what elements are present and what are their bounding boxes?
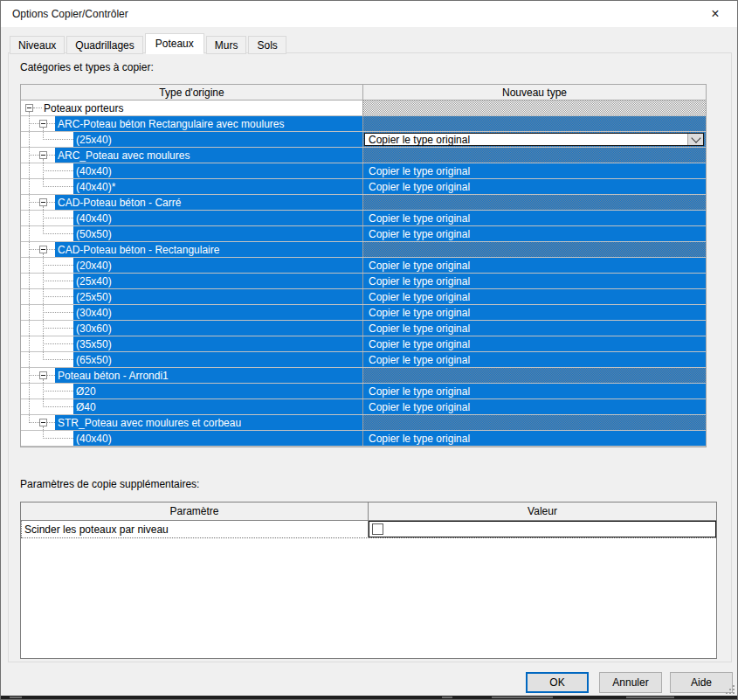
tree-connector — [29, 123, 39, 124]
table-row[interactable]: STR_Poteau avec moulures et corbeau — [21, 415, 706, 431]
origin-type-label: (25x40) — [73, 274, 362, 288]
origin-type-cell: CAD-Poteau béton - Rectangulaire — [21, 242, 363, 257]
table-row[interactable]: Poteau béton - Arrondi1 — [21, 368, 706, 384]
table-row[interactable]: (65x50)Copier le type original — [21, 352, 706, 368]
table-row[interactable]: (20x40)Copier le type original — [21, 258, 706, 274]
tab-poteaux[interactable]: Poteaux — [145, 33, 204, 54]
collapse-icon[interactable] — [39, 120, 47, 128]
table-row[interactable]: Poteaux porteurs — [21, 100, 706, 116]
tab-sols[interactable]: Sols — [248, 36, 286, 54]
origin-type-label: (65x50) — [73, 352, 362, 367]
table-row[interactable]: (40x40)*Copier le type original — [21, 179, 706, 195]
tree-connector — [43, 343, 73, 344]
tree-connector — [47, 375, 55, 376]
combobox-selected-value: Copier le type original — [365, 134, 687, 146]
origin-type-cell: ARC-Poteau béton Rectangulaire avec moul… — [21, 116, 363, 131]
copy-monitor-options-dialog: Options Copier/Contrôler × NiveauxQuadri… — [0, 0, 738, 700]
origin-type-label: (40x40)* — [73, 179, 362, 194]
table-row[interactable]: ARC-Poteau béton Rectangulaire avec moul… — [21, 116, 706, 132]
split-columns-by-level-checkbox[interactable] — [372, 523, 383, 535]
origin-type-label: (40x40) — [73, 163, 362, 178]
origin-type-cell: (40x40) — [21, 211, 363, 225]
origin-type-label: ARC_Poteau avec moulures — [55, 148, 362, 163]
tree-connector — [47, 422, 55, 423]
origin-type-label: (30x60) — [73, 321, 362, 336]
chevron-down-icon — [691, 133, 700, 142]
table-row[interactable]: (30x40)Copier le type original — [21, 305, 706, 321]
origin-type-cell: (25x40) — [21, 132, 363, 147]
origin-type-cell: Ø40 — [21, 399, 363, 414]
new-type-cell: Copier le type original — [363, 289, 706, 304]
table-row[interactable]: (25x50)Copier le type original — [21, 289, 706, 305]
origin-type-table: Type d'origine Nouveau type Poteaux port… — [20, 84, 707, 447]
background-window-sliver — [1, 696, 737, 699]
origin-type-label: Poteau béton - Arrondi1 — [55, 368, 362, 383]
collapse-icon[interactable] — [39, 246, 47, 253]
tree-connector — [43, 328, 73, 329]
origin-type-label: (40x40) — [73, 431, 362, 446]
tree-connector — [29, 155, 39, 156]
resize-grip-icon[interactable] — [725, 684, 735, 694]
help-button[interactable]: Aide — [670, 672, 733, 693]
cancel-button[interactable]: Annuler — [599, 672, 662, 693]
table-row[interactable]: Ø20Copier le type original — [21, 384, 706, 399]
new-type-value: Copier le type original — [363, 258, 706, 273]
table-row[interactable]: (30x60)Copier le type original — [21, 321, 706, 336]
tree-connector — [43, 186, 73, 187]
new-type-value: Copier le type original — [363, 226, 706, 241]
table-row[interactable]: (40x40)Copier le type original — [21, 163, 706, 179]
table-row[interactable]: Ø40Copier le type original — [21, 399, 706, 415]
tree-connector — [43, 312, 73, 313]
origin-type-table-header: Type d'origine Nouveau type — [21, 85, 706, 100]
table-row[interactable]: (50x50)Copier le type original — [21, 226, 706, 242]
origin-type-rows: Poteaux porteursARC-Poteau béton Rectang… — [21, 100, 706, 447]
table-row[interactable]: CAD-Poteau béton - Carré — [21, 195, 706, 211]
origin-type-cell: (30x40) — [21, 305, 363, 320]
close-button[interactable]: × — [697, 1, 734, 26]
table-row[interactable]: (25x40)Copier le type original — [21, 274, 706, 289]
new-type-combobox[interactable]: Copier le type original — [364, 133, 704, 146]
window-title: Options Copier/Contrôler — [1, 8, 128, 20]
collapse-icon[interactable] — [25, 104, 33, 112]
collapse-icon[interactable] — [39, 198, 47, 206]
table-row[interactable]: (25x40)Copier le type original — [21, 132, 706, 148]
categories-types-label: Catégories et types à copier: — [20, 61, 154, 73]
table-row[interactable]: (40x40)Copier le type original — [21, 211, 706, 226]
combobox-dropdown-button[interactable] — [687, 134, 703, 145]
tree-connector — [43, 406, 73, 407]
tab-murs[interactable]: Murs — [206, 36, 247, 54]
origin-type-label: ARC-Poteau béton Rectangulaire avec moul… — [55, 116, 362, 131]
tree-connector — [33, 107, 42, 108]
origin-type-label: Ø20 — [73, 384, 362, 399]
new-type-cell: Copier le type original — [363, 399, 706, 414]
origin-type-cell: Poteaux porteurs — [21, 100, 363, 115]
collapse-icon[interactable] — [39, 419, 47, 426]
param-value-cell[interactable] — [369, 521, 716, 537]
origin-type-label: (50x50) — [73, 226, 362, 241]
ok-button[interactable]: OK — [526, 672, 589, 693]
collapse-icon[interactable] — [39, 371, 47, 379]
origin-type-cell: (50x50) — [21, 226, 363, 241]
tab-quadrillages[interactable]: Quadrillages — [66, 36, 142, 54]
new-type-cell: Copier le type original — [363, 384, 706, 399]
origin-type-label: Poteaux porteurs — [42, 102, 123, 114]
origin-type-label: (25x40) — [73, 132, 362, 147]
new-type-value: Copier le type original — [363, 431, 706, 446]
new-type-cell: Copier le type original — [363, 321, 706, 336]
new-type-value: Copier le type original — [363, 399, 706, 414]
origin-type-cell: Poteau béton - Arrondi1 — [21, 368, 363, 383]
table-row[interactable]: (35x50)Copier le type original — [21, 336, 706, 352]
new-type-value: Copier le type original — [363, 211, 706, 225]
new-type-cell — [363, 148, 706, 163]
tree-connector — [43, 170, 73, 171]
origin-type-cell: STR_Poteau avec moulures et corbeau — [21, 415, 363, 430]
close-icon: × — [711, 6, 719, 22]
tab-niveaux[interactable]: Niveaux — [10, 36, 65, 54]
collapse-icon[interactable] — [39, 151, 47, 159]
table-row[interactable]: ARC_Poteau avec moulures — [21, 148, 706, 163]
table-row[interactable]: CAD-Poteau béton - Rectangulaire — [21, 242, 706, 258]
param-row[interactable]: Scinder les poteaux par niveau — [21, 521, 716, 538]
table-row[interactable]: (40x40)Copier le type original — [21, 431, 706, 447]
origin-type-cell: (25x40) — [21, 274, 363, 288]
new-type-cell: Copier le type original — [363, 179, 706, 194]
